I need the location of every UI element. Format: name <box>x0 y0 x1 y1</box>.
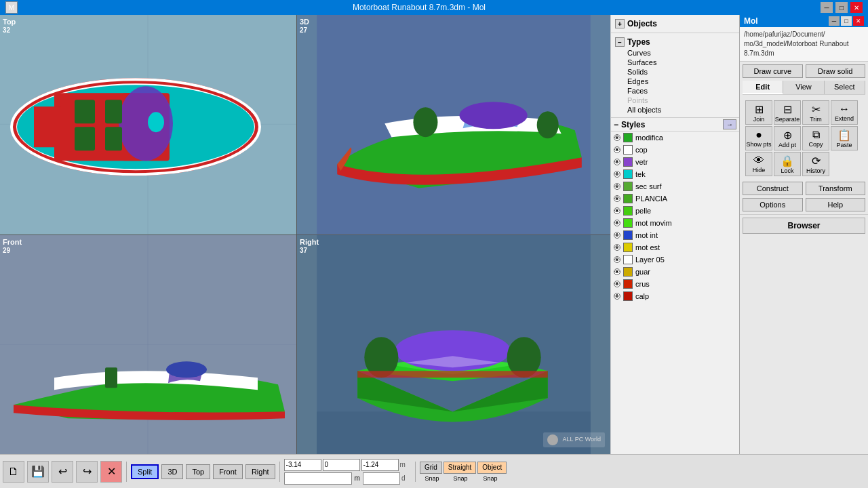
right-button[interactable]: Right <box>245 464 275 479</box>
join-button[interactable]: ⊞ Join <box>745 100 772 125</box>
eye-icon[interactable]: 👁 <box>614 268 620 275</box>
show-pts-button[interactable]: ● Show pts <box>745 126 772 150</box>
separate-label: Separate <box>775 116 800 123</box>
styles-header-left[interactable]: − Styles <box>614 120 645 129</box>
separate-button[interactable]: ⊟ Separate <box>774 100 801 125</box>
eye-icon[interactable]: 👁 <box>614 232 620 239</box>
style-item-plancia[interactable]: 👁PLANCIA <box>611 192 739 205</box>
style-item-pelle[interactable]: 👁pelle <box>611 205 739 217</box>
eye-icon[interactable]: 👁 <box>614 159 620 165</box>
main-area: Top 32 <box>0 15 868 454</box>
save-icon[interactable]: 💾 <box>27 461 49 483</box>
types-toggle[interactable]: − <box>615 37 625 47</box>
viewport-top[interactable]: Top 32 <box>0 15 296 235</box>
mol-minimize-button[interactable]: ─ <box>829 16 840 26</box>
styles-toggle[interactable]: − <box>614 120 618 129</box>
delete-icon[interactable]: ✕ <box>100 461 122 483</box>
style-item-calp[interactable]: 👁calp <box>611 290 739 302</box>
add-pt-button[interactable]: ⊕ Add pt <box>774 126 801 150</box>
history-button[interactable]: ⟳ History <box>802 152 829 176</box>
redo-icon[interactable]: ↪ <box>76 461 98 483</box>
undo-icon[interactable]: ↩ <box>52 461 73 483</box>
color-swatch <box>623 133 633 142</box>
viewport-3d[interactable]: 3D 27 <box>297 15 610 235</box>
top-button[interactable]: Top <box>186 464 210 479</box>
object-snap-button[interactable]: Object <box>477 462 507 474</box>
eye-icon[interactable]: 👁 <box>614 183 620 190</box>
type-item-surfaces[interactable]: Surfaces <box>614 58 736 67</box>
style-item-guar[interactable]: 👁guar <box>611 266 739 278</box>
style-item-tek[interactable]: 👁tek <box>611 168 739 180</box>
lock-button[interactable]: 🔒 Lock <box>774 152 801 176</box>
style-item-mot-movim[interactable]: 👁mot movim <box>611 217 739 229</box>
viewport-front-label: Front 29 <box>3 238 22 255</box>
3d-button[interactable]: 3D <box>161 464 183 479</box>
y-coord-input[interactable] <box>323 459 360 471</box>
help-button[interactable]: Help <box>806 198 866 211</box>
styles-arrow-button[interactable]: → <box>723 119 736 129</box>
eye-icon[interactable]: 👁 <box>614 195 620 202</box>
transform-button[interactable]: Transform <box>806 182 866 195</box>
eye-icon[interactable]: 👁 <box>614 281 620 287</box>
type-item-solids[interactable]: Solids <box>614 67 736 77</box>
draw-curve-button[interactable]: Draw curve <box>743 64 803 78</box>
style-name: guar <box>635 268 650 276</box>
mol-close-button[interactable]: ✕ <box>853 16 864 26</box>
viewport-front[interactable]: Front 29 <box>0 235 296 455</box>
mol-maximize-button[interactable]: □ <box>841 16 852 26</box>
straight-snap-label: Snap <box>446 475 475 482</box>
style-item-cop[interactable]: 👁cop <box>611 144 739 156</box>
front-button[interactable]: Front <box>213 464 243 479</box>
trim-button[interactable]: ✂ Trim <box>802 100 829 125</box>
eye-icon[interactable]: 👁 <box>614 171 620 178</box>
tab-view[interactable]: View <box>783 81 824 94</box>
grid-snap-button[interactable]: Grid <box>420 462 442 474</box>
extend-button[interactable]: ↔ Extend <box>831 100 858 125</box>
tab-select[interactable]: Select <box>825 81 865 94</box>
eye-icon[interactable]: 👁 <box>614 146 620 153</box>
eye-icon[interactable]: 👁 <box>614 256 620 263</box>
style-item-vetr[interactable]: 👁vetr <box>611 156 739 168</box>
options-button[interactable]: Options <box>743 198 803 211</box>
eye-icon[interactable]: 👁 <box>614 244 620 251</box>
types-label: Types <box>627 37 650 47</box>
draw-solid-button[interactable]: Draw solid <box>806 64 866 78</box>
style-item-crus[interactable]: 👁crus <box>611 278 739 290</box>
style-item-modifica[interactable]: 👁modifica <box>611 131 739 144</box>
type-item-all-objects[interactable]: All objects <box>614 105 736 115</box>
types-header[interactable]: − Types <box>614 36 736 48</box>
eye-icon[interactable]: 👁 <box>614 207 620 214</box>
objects-header[interactable]: + Objects <box>614 18 736 30</box>
x-coord-input[interactable] <box>284 459 321 471</box>
e-coord-input[interactable] <box>363 472 400 485</box>
split-button[interactable]: Split <box>131 464 159 479</box>
z-coord-input[interactable] <box>361 459 399 471</box>
eye-icon[interactable]: 👁 <box>614 134 620 141</box>
eye-icon[interactable]: 👁 <box>614 220 620 226</box>
hide-button[interactable]: 👁 Hide <box>745 152 772 176</box>
d-coord-input[interactable] <box>284 472 352 485</box>
new-icon[interactable]: 🗋 <box>3 461 24 483</box>
add-pt-icon: ⊕ <box>783 129 792 142</box>
type-item-faces[interactable]: Faces <box>614 86 736 96</box>
type-item-points[interactable]: Points <box>614 96 736 105</box>
maximize-button[interactable]: □ <box>835 2 848 13</box>
close-button[interactable]: ✕ <box>850 2 863 13</box>
eye-icon[interactable]: 👁 <box>614 293 620 300</box>
tab-edit[interactable]: Edit <box>743 81 783 94</box>
paste-button[interactable]: 📋 Paste <box>831 126 858 150</box>
types-list: CurvesSurfacesSolidsEdgesFacesPointsAll … <box>614 48 736 115</box>
objects-toggle[interactable]: + <box>615 19 625 28</box>
style-item-layer-05[interactable]: 👁Layer 05 <box>611 253 739 266</box>
browser-button[interactable]: Browser <box>743 218 865 234</box>
copy-button[interactable]: ⧉ Copy <box>802 126 829 150</box>
construct-button[interactable]: Construct <box>743 182 803 195</box>
viewport-right[interactable]: Right 37 ALL PC World <box>297 235 610 455</box>
straight-snap-button[interactable]: Straight <box>443 462 476 474</box>
style-item-sec-surf[interactable]: 👁sec surf <box>611 180 739 192</box>
style-item-mot-est[interactable]: 👁mot est <box>611 241 739 253</box>
minimize-button[interactable]: ─ <box>821 2 833 13</box>
type-item-curves[interactable]: Curves <box>614 48 736 58</box>
style-item-mot-int[interactable]: 👁mot int <box>611 229 739 241</box>
type-item-edges[interactable]: Edges <box>614 77 736 86</box>
